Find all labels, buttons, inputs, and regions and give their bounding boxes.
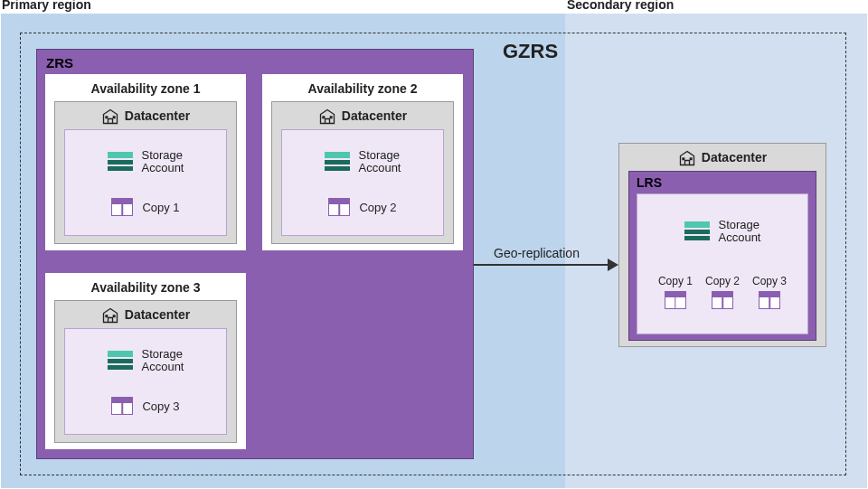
- az3-copy-label: Copy 3: [142, 400, 179, 413]
- az1-storage-card: Storage Account Copy 1: [64, 129, 227, 236]
- lrs-storage-card: Storage Account Copy 1 Copy 2 Copy 3: [637, 193, 808, 334]
- copy-label: Copy 2: [705, 275, 740, 287]
- az1-storage-label: Storage Account: [142, 149, 184, 176]
- secondary-region-label: Secondary region: [565, 0, 679, 14]
- lrs-copies-row: Copy 1 Copy 2 Copy 3: [643, 275, 802, 309]
- az1-dc-label: Datacenter: [125, 108, 190, 123]
- az2-title: Availability zone 2: [271, 81, 454, 96]
- copy-label: Copy 1: [658, 275, 693, 287]
- primary-region-label: Primary region: [0, 0, 97, 14]
- lrs-copy-3: Copy 3: [752, 275, 787, 309]
- storage-account-icon: [684, 221, 710, 241]
- az2-copy-label: Copy 2: [359, 201, 396, 214]
- lrs-label: LRS: [637, 175, 808, 190]
- az3-title: Availability zone 3: [54, 280, 237, 295]
- az2-storage-label: Storage Account: [359, 149, 401, 176]
- datacenter-icon: [101, 306, 119, 323]
- lrs-storage-label: Storage Account: [719, 219, 761, 246]
- datacenter-icon: [678, 149, 696, 165]
- copy-label: Copy 3: [752, 275, 787, 287]
- lrs-copy-1: Copy 1: [658, 275, 693, 309]
- availability-zone-3: Availability zone 3 Datacenter Storage A…: [45, 273, 246, 449]
- az2-datacenter: Datacenter Storage Account Copy 2: [271, 101, 454, 244]
- copy-icon: [111, 397, 133, 415]
- gzrs-diagram: Primary region Secondary region GZRS ZRS…: [0, 0, 868, 489]
- copy-icon: [712, 291, 733, 309]
- az2-dc-label: Datacenter: [342, 108, 407, 123]
- az3-storage-label: Storage Account: [142, 348, 184, 375]
- az1-datacenter: Datacenter Storage Account Copy 1: [54, 101, 237, 244]
- az1-copy-label: Copy 1: [142, 201, 179, 214]
- copy-icon: [665, 291, 686, 309]
- storage-account-icon: [108, 152, 133, 172]
- storage-account-icon: [325, 152, 350, 172]
- copy-icon: [111, 198, 133, 216]
- copy-icon: [759, 291, 780, 309]
- zrs-label: ZRS: [46, 55, 464, 71]
- lrs-copy-2: Copy 2: [705, 275, 740, 309]
- datacenter-icon: [318, 108, 336, 124]
- az3-dc-label: Datacenter: [125, 307, 190, 322]
- secondary-dc-label: Datacenter: [702, 150, 767, 165]
- az3-storage-card: Storage Account Copy 3: [64, 328, 227, 435]
- arrow-head-icon: [608, 259, 618, 271]
- secondary-datacenter: Datacenter LRS Storage Account Copy 1 Co…: [618, 143, 826, 347]
- az2-storage-card: Storage Account Copy 2: [281, 129, 444, 236]
- datacenter-icon: [101, 108, 119, 124]
- geo-replication-label: Geo-replication: [494, 246, 580, 260]
- lrs-container: LRS Storage Account Copy 1 Copy 2: [628, 171, 816, 341]
- az1-title: Availability zone 1: [54, 81, 237, 96]
- gzrs-title: GZRS: [503, 40, 558, 63]
- availability-zone-2: Availability zone 2 Datacenter Storage A…: [262, 74, 463, 250]
- az3-datacenter: Datacenter Storage Account Copy 3: [54, 300, 237, 443]
- availability-zone-1: Availability zone 1 Datacenter Storage A…: [45, 74, 246, 250]
- geo-replication-arrow: [474, 264, 608, 266]
- storage-account-icon: [108, 351, 133, 371]
- copy-icon: [328, 198, 350, 216]
